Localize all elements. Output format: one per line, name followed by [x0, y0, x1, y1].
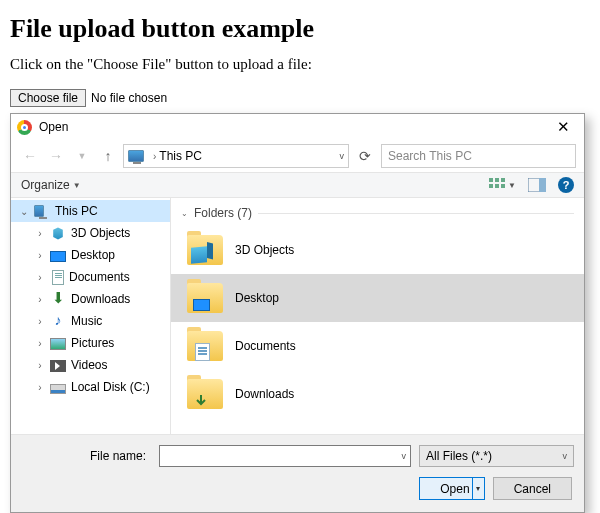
- expand-icon[interactable]: ›: [35, 360, 45, 371]
- tree-item-videos[interactable]: › Videos: [11, 354, 170, 376]
- music-icon: ♪: [50, 313, 66, 329]
- tree-item-label: Music: [71, 314, 102, 328]
- organize-menu[interactable]: Organize ▼: [21, 178, 81, 192]
- chevron-down-icon: v: [563, 451, 568, 461]
- document-icon: [195, 343, 210, 361]
- close-icon[interactable]: ✕: [551, 118, 576, 136]
- tree-item-label: Videos: [71, 358, 107, 372]
- folder-tree[interactable]: ⌄ This PC › 3D Objects › Desktop › Docum…: [11, 198, 171, 434]
- expand-icon[interactable]: ›: [35, 294, 45, 305]
- videos-icon: [50, 360, 66, 372]
- folder-item-label: 3D Objects: [235, 243, 294, 257]
- open-button[interactable]: Open ▾: [419, 477, 484, 500]
- expand-icon[interactable]: ›: [35, 338, 45, 349]
- tree-item-this-pc[interactable]: ⌄ This PC: [11, 200, 170, 222]
- folder-item-desktop[interactable]: Desktop: [171, 274, 584, 322]
- collapse-icon[interactable]: ⌄: [181, 209, 188, 218]
- folder-item-label: Desktop: [235, 291, 279, 305]
- breadcrumb-location[interactable]: This PC: [159, 149, 202, 163]
- folder-icon: [187, 235, 223, 265]
- search-placeholder: Search This PC: [388, 149, 472, 163]
- open-button-label: Open: [440, 482, 469, 496]
- nav-back-icon[interactable]: ←: [19, 145, 41, 167]
- folder-icon: [187, 283, 223, 313]
- chevron-down-icon[interactable]: v: [402, 451, 407, 461]
- chrome-icon: [17, 120, 32, 135]
- tree-item-label: Downloads: [71, 292, 130, 306]
- tree-item-desktop[interactable]: › Desktop: [11, 244, 170, 266]
- download-icon: ⬇: [50, 291, 66, 307]
- view-mode-button[interactable]: ▼: [489, 178, 516, 192]
- disk-icon: [50, 384, 66, 394]
- chevron-down-icon: ▼: [73, 181, 81, 190]
- file-open-dialog: Open ✕ ← → ▼ ↑ › This PC v ⟳ Search This…: [10, 113, 585, 513]
- nav-up-icon[interactable]: ↑: [97, 145, 119, 167]
- document-icon: [52, 270, 64, 285]
- folder-icon: [187, 379, 223, 409]
- desktop-icon: [193, 299, 210, 311]
- dialog-titlebar: Open ✕: [11, 114, 584, 140]
- expand-icon[interactable]: ›: [35, 228, 45, 239]
- desktop-icon: [50, 251, 66, 262]
- expand-icon[interactable]: ›: [35, 250, 45, 261]
- file-type-filter-label: All Files (*.*): [426, 449, 492, 463]
- tree-item-label: Documents: [69, 270, 130, 284]
- tree-item-downloads[interactable]: › ⬇ Downloads: [11, 288, 170, 310]
- breadcrumb-dropdown-icon[interactable]: v: [340, 151, 345, 161]
- folder-item-downloads[interactable]: Downloads: [171, 370, 584, 418]
- preview-pane-button[interactable]: [528, 178, 546, 192]
- folder-content-pane[interactable]: ⌄ Folders (7) 3D Objects Desktop: [171, 198, 584, 434]
- svg-rect-2: [501, 178, 505, 182]
- tree-item-music[interactable]: › ♪ Music: [11, 310, 170, 332]
- dialog-footer: File name: v All Files (*.*) v Open ▾ Ca…: [11, 434, 584, 512]
- folder-item-label: Downloads: [235, 387, 294, 401]
- tree-item-local-disk[interactable]: › Local Disk (C:): [11, 376, 170, 398]
- filename-input[interactable]: v: [159, 445, 411, 467]
- open-button-split-icon[interactable]: ▾: [472, 478, 484, 499]
- collapse-icon[interactable]: ⌄: [19, 206, 29, 217]
- group-header-folders[interactable]: ⌄ Folders (7): [171, 198, 584, 226]
- filename-label: File name:: [21, 449, 151, 463]
- no-file-chosen-label: No file chosen: [91, 91, 167, 105]
- chevron-down-icon[interactable]: ▼: [71, 145, 93, 167]
- search-input[interactable]: Search This PC: [381, 144, 576, 168]
- expand-icon[interactable]: ›: [35, 382, 45, 393]
- pc-icon: [34, 205, 44, 217]
- dialog-toolbar: Organize ▼ ▼ ?: [11, 172, 584, 198]
- tree-item-pictures[interactable]: › Pictures: [11, 332, 170, 354]
- expand-icon[interactable]: ›: [35, 316, 45, 327]
- folder-item-label: Documents: [235, 339, 296, 353]
- tree-item-label: This PC: [55, 204, 98, 218]
- tree-item-documents[interactable]: › Documents: [11, 266, 170, 288]
- cancel-button-label: Cancel: [514, 482, 551, 496]
- refresh-icon[interactable]: ⟳: [353, 144, 377, 168]
- folder-item-3d-objects[interactable]: 3D Objects: [171, 226, 584, 274]
- cube-icon: [191, 246, 207, 264]
- breadcrumb[interactable]: › This PC v: [123, 144, 349, 168]
- chevron-down-icon: ▼: [508, 181, 516, 190]
- tree-item-3d-objects[interactable]: › 3D Objects: [11, 222, 170, 244]
- download-icon: [193, 393, 209, 409]
- dialog-title: Open: [39, 120, 68, 134]
- svg-rect-4: [495, 184, 499, 188]
- expand-icon[interactable]: ›: [35, 272, 45, 283]
- help-icon[interactable]: ?: [558, 177, 574, 193]
- page-heading: File upload button example: [10, 14, 590, 44]
- cube-icon: [50, 225, 66, 241]
- folder-icon: [187, 331, 223, 361]
- page-intro: Click on the "Choose File" button to upl…: [10, 56, 590, 73]
- file-input: Choose file No file chosen: [10, 89, 590, 107]
- svg-rect-1: [495, 178, 499, 182]
- svg-rect-5: [501, 184, 505, 188]
- tree-item-label: 3D Objects: [71, 226, 130, 240]
- tree-item-label: Local Disk (C:): [71, 380, 150, 394]
- file-type-filter[interactable]: All Files (*.*) v: [419, 445, 574, 467]
- cancel-button[interactable]: Cancel: [493, 477, 572, 500]
- choose-file-button[interactable]: Choose file: [10, 89, 86, 107]
- pictures-icon: [50, 338, 66, 350]
- folder-item-documents[interactable]: Documents: [171, 322, 584, 370]
- separator: [258, 213, 574, 214]
- nav-forward-icon[interactable]: →: [45, 145, 67, 167]
- pc-icon: [128, 150, 144, 162]
- organize-label: Organize: [21, 178, 70, 192]
